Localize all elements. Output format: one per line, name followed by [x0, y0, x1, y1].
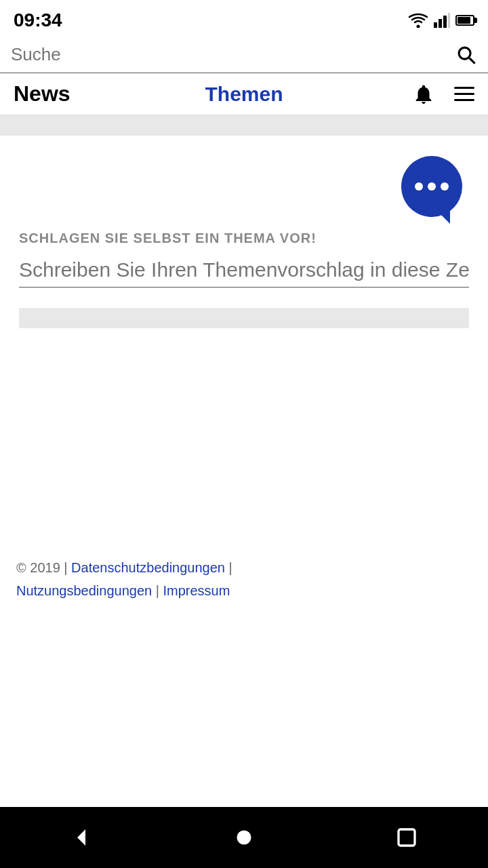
nav-news-label[interactable]: News: [14, 81, 167, 106]
search-input[interactable]: [11, 44, 454, 65]
search-icon: [454, 43, 477, 66]
nutzung-link[interactable]: Nutzungsbedingungen: [16, 583, 152, 598]
suggest-input[interactable]: [19, 258, 469, 288]
svg-rect-3: [443, 16, 447, 28]
notification-button[interactable]: [412, 83, 435, 106]
chat-dot-1: [415, 182, 423, 191]
status-icons: [408, 13, 474, 28]
svg-rect-7: [399, 829, 415, 846]
status-time: 09:34: [14, 9, 62, 31]
footer-text: © 2019 | Datenschutzbedingungen | Nutzun…: [16, 556, 472, 602]
menu-button[interactable]: [454, 87, 474, 101]
divider-top: [0, 115, 488, 136]
search-bar: [0, 37, 488, 73]
copyright-text: © 2019 |: [16, 560, 68, 575]
svg-rect-1: [434, 22, 437, 28]
chat-dot-2: [428, 182, 436, 191]
battery-icon: [455, 15, 474, 26]
wifi-icon: [408, 13, 428, 28]
chat-bubble-wrapper: [19, 156, 469, 217]
bottom-nav-bar: [0, 807, 488, 868]
suggest-label: SCHLAGEN SIE SELBST EIN THEMA VOR!: [19, 231, 469, 246]
menu-line-1: [454, 87, 474, 89]
svg-rect-4: [448, 13, 450, 28]
nav-themen-label[interactable]: Themen: [167, 83, 321, 106]
menu-line-2: [454, 93, 474, 95]
svg-point-0: [417, 24, 420, 28]
nav-bar: News Themen: [0, 73, 488, 115]
home-icon: [232, 825, 256, 850]
status-bar: 09:34: [0, 0, 488, 37]
svg-point-6: [237, 831, 251, 845]
impressum-link[interactable]: Impressum: [163, 583, 230, 598]
recent-icon: [394, 825, 419, 850]
menu-line-3: [454, 99, 474, 101]
back-button[interactable]: [69, 825, 94, 850]
divider-bottom: [19, 308, 469, 328]
chat-dot-3: [441, 182, 449, 191]
footer: © 2019 | Datenschutzbedingungen | Nutzun…: [0, 540, 488, 616]
content-spacer: [0, 616, 488, 807]
recent-button[interactable]: [394, 825, 419, 850]
back-icon: [69, 825, 94, 850]
separator-1: |: [229, 560, 232, 575]
datenschutz-link[interactable]: Datenschutzbedingungen: [71, 560, 225, 575]
svg-rect-2: [439, 19, 442, 28]
bell-icon: [412, 83, 435, 106]
nav-right: [321, 83, 474, 106]
chat-dots: [415, 182, 449, 191]
search-button[interactable]: [454, 43, 477, 66]
main-content: SCHLAGEN SIE SELBST EIN THEMA VOR!: [0, 136, 488, 540]
separator-2: |: [156, 583, 163, 598]
home-button[interactable]: [232, 825, 256, 850]
chat-bubble: [401, 156, 462, 217]
signal-icon: [434, 13, 450, 28]
svg-marker-5: [77, 829, 85, 846]
